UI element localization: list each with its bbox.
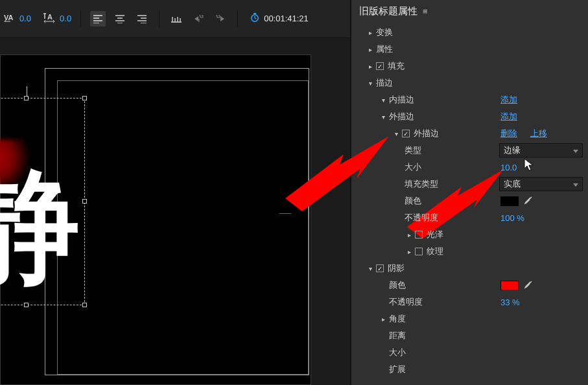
- twisty-icon[interactable]: [366, 63, 375, 70]
- outer-stroke-delete-link[interactable]: 删除: [500, 128, 517, 138]
- kerning-value[interactable]: 0.0: [19, 14, 31, 23]
- handle-bot-mid[interactable]: [24, 303, 29, 307]
- shadow-opacity-value[interactable]: 33 %: [500, 298, 520, 307]
- sheen-label: 光泽: [427, 229, 443, 240]
- outer-stroke-row[interactable]: 外描边 添加: [354, 108, 588, 125]
- stroke-type-label: 类型: [405, 145, 421, 156]
- stroke-color-label: 颜色: [405, 195, 421, 207]
- safe-margin-inner: [57, 80, 309, 375]
- twisty-icon[interactable]: [366, 46, 375, 53]
- ruler-tick-right: [279, 213, 291, 214]
- texture-checkbox[interactable]: [415, 248, 423, 255]
- outer-stroke-item-label: 外描边: [414, 128, 439, 139]
- outer-stroke-moveup-link[interactable]: 上移: [530, 128, 547, 138]
- separator: [237, 10, 238, 27]
- shadow-spread-label: 扩展: [389, 364, 406, 375]
- texture-label: 纹理: [427, 246, 443, 257]
- stroke-type-value: 边缘: [504, 145, 521, 156]
- twisty-icon[interactable]: [405, 248, 414, 255]
- handle-mid-right[interactable]: [82, 199, 87, 204]
- twisty-icon[interactable]: [366, 265, 375, 272]
- shadow-size-label: 大小: [389, 347, 406, 358]
- tracking-icon: A: [43, 12, 57, 25]
- shadow-label: 阴影: [388, 262, 405, 274]
- show-paragraph-right-icon[interactable]: [213, 11, 228, 27]
- panel-menu-icon[interactable]: ≡: [423, 6, 428, 16]
- stroke-sheen-row[interactable]: 光泽: [354, 226, 588, 243]
- inner-stroke-row[interactable]: 内描边 添加: [354, 91, 588, 108]
- outer-stroke-add-link[interactable]: 添加: [500, 111, 517, 122]
- shadow-distance-label: 距离: [389, 330, 406, 342]
- title-canvas[interactable]: 静: [0, 54, 311, 385]
- stroke-filltype-dropdown[interactable]: 实底: [499, 177, 583, 191]
- stopwatch-icon: [250, 12, 260, 25]
- text-caret: [27, 86, 27, 97]
- twisty-icon[interactable]: [392, 130, 401, 137]
- shadow-checkbox[interactable]: [376, 264, 384, 272]
- stroke-color-swatch[interactable]: [500, 196, 519, 206]
- panel-body: 变换 属性 填充 描边 内描边 添加 外描边: [351, 24, 588, 385]
- stroke-label: 描边: [376, 77, 393, 89]
- handle-top-mid[interactable]: [24, 96, 29, 100]
- app-root: VA 0.0 A 0.0: [0, 0, 588, 385]
- section-fill[interactable]: 填充: [354, 58, 588, 75]
- shadow-spread-row: 扩展: [354, 361, 588, 378]
- fill-checkbox[interactable]: [376, 62, 384, 70]
- align-left-button[interactable]: [90, 11, 106, 27]
- shadow-angle-row[interactable]: 角度: [354, 310, 588, 327]
- properties-label: 属性: [376, 43, 393, 55]
- shadow-color-row: 颜色: [354, 277, 588, 294]
- stroke-texture-row[interactable]: 纹理: [354, 243, 588, 260]
- show-paragraph-left-icon[interactable]: [191, 11, 206, 27]
- panel-title: 旧版标题属性: [359, 5, 417, 18]
- stroke-filltype-row: 填充类型 实底: [354, 176, 588, 192]
- align-center-button[interactable]: [112, 11, 128, 27]
- kerning-icon: VA: [4, 13, 17, 24]
- twisty-icon[interactable]: [379, 316, 388, 323]
- svg-rect-3: [253, 13, 256, 14]
- section-transform[interactable]: 变换: [354, 24, 588, 41]
- outer-stroke-checkbox[interactable]: [402, 130, 410, 137]
- twisty-icon[interactable]: [366, 80, 375, 87]
- stroke-filltype-label: 填充类型: [405, 178, 438, 190]
- inner-stroke-add-link[interactable]: 添加: [500, 94, 517, 106]
- stroke-size-label: 大小: [405, 161, 421, 173]
- stroke-opacity-row: 不透明度 100 %: [354, 209, 588, 226]
- stroke-size-value[interactable]: 10.0: [500, 163, 517, 172]
- handle-top-right[interactable]: [82, 96, 87, 100]
- twisty-icon[interactable]: [405, 231, 414, 239]
- shadow-distance-row: 距离: [354, 327, 588, 344]
- panel-title-bar: 旧版标题属性 ≡: [351, 0, 588, 24]
- kerning-control[interactable]: VA 0.0: [4, 13, 31, 24]
- timecode-display[interactable]: 00:01:41:21: [250, 12, 309, 25]
- outer-stroke-item-row[interactable]: 外描边 删除 上移: [354, 125, 588, 142]
- twisty-icon[interactable]: [379, 113, 388, 121]
- title-text[interactable]: 静: [0, 165, 76, 288]
- stroke-opacity-value[interactable]: 100 %: [500, 213, 524, 223]
- twisty-icon[interactable]: [379, 97, 388, 104]
- canvas-wrap: 静: [0, 38, 350, 385]
- stroke-type-row: 类型 边缘: [354, 142, 588, 159]
- tab-stops-button[interactable]: [169, 11, 184, 27]
- handle-bot-right[interactable]: [82, 303, 87, 307]
- tracking-value[interactable]: 0.0: [60, 14, 71, 23]
- section-stroke[interactable]: 描边: [354, 75, 588, 91]
- stroke-filltype-value: 实底: [504, 178, 521, 190]
- twisty-icon[interactable]: [366, 29, 375, 36]
- section-shadow[interactable]: 阴影: [354, 260, 588, 277]
- stroke-color-row: 颜色: [354, 192, 588, 209]
- align-right-button[interactable]: [134, 11, 150, 27]
- svg-text:A: A: [47, 13, 53, 21]
- properties-panel: 旧版标题属性 ≡ 变换 属性 填充 描边 内: [350, 0, 588, 385]
- inner-stroke-label: 内描边: [389, 94, 414, 106]
- shadow-color-swatch[interactable]: [500, 281, 519, 290]
- shadow-size-row: 大小: [354, 344, 588, 361]
- shadow-angle-label: 角度: [389, 313, 406, 325]
- section-properties[interactable]: 属性: [354, 41, 588, 58]
- tracking-control[interactable]: A 0.0: [43, 12, 71, 25]
- eyedropper-icon[interactable]: [524, 280, 533, 291]
- separator: [159, 10, 159, 27]
- eyedropper-icon[interactable]: [524, 196, 533, 207]
- sheen-checkbox[interactable]: [415, 231, 423, 239]
- stroke-type-dropdown[interactable]: 边缘: [499, 143, 583, 158]
